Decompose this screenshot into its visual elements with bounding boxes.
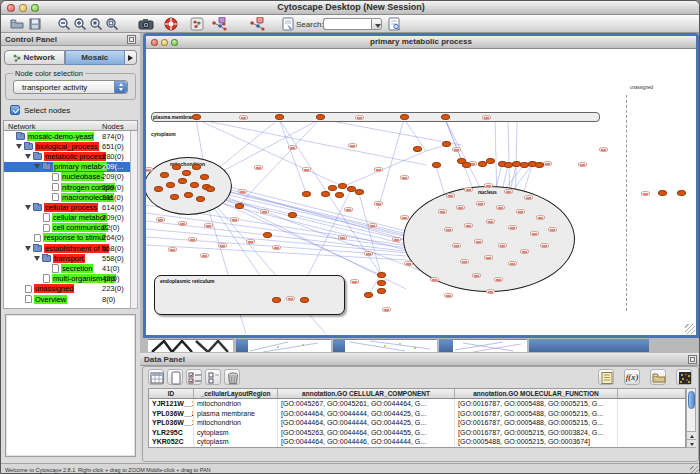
gene-label-node[interactable]: [472, 273, 481, 278]
tree-row-label[interactable]: response to stimul: [43, 233, 106, 242]
gene-label-node[interactable]: [218, 243, 227, 248]
gene-node[interactable]: [196, 196, 205, 202]
destroy-view-icon[interactable]: [248, 17, 266, 31]
table-cell[interactable]: [GO:0044464, GO:0044444, GO:0044425, G..…: [278, 409, 455, 419]
table-cell[interactable]: [GO:0016787, GO:0005488, GO:0005215, G..…: [455, 409, 618, 419]
table-cell[interactable]: mitochondrion: [194, 418, 278, 428]
gene-label-node[interactable]: [188, 237, 197, 242]
tree-row[interactable]: cellular process614(0): [4, 202, 137, 212]
table-cell[interactable]: [GO:0005488, GO:0005215, GO:0003674]: [455, 437, 618, 447]
tree-row-label[interactable]: establishment of lo: [44, 244, 109, 253]
gene-label-node[interactable]: [578, 162, 587, 167]
tree-row[interactable]: multi-organism pro42(0): [4, 274, 137, 284]
gene-node[interactable]: [172, 164, 181, 170]
zoom-out-icon[interactable]: [57, 17, 71, 31]
gene-label-node[interactable]: [494, 277, 503, 282]
tree-row[interactable]: macromolecule311(0): [4, 192, 137, 202]
gene-node[interactable]: [364, 292, 373, 298]
gene-node[interactable]: [462, 162, 471, 168]
table-column-header[interactable]: annotation.GO CELLULAR_COMPONENT: [278, 389, 455, 399]
gene-node[interactable]: [300, 297, 309, 303]
scroll-down-button[interactable]: [687, 439, 696, 447]
matrix-view-icon[interactable]: [676, 369, 692, 385]
gene-label-node[interactable]: [474, 239, 483, 244]
tab-mosaic[interactable]: Mosaic: [65, 50, 126, 65]
gene-label-node[interactable]: [254, 165, 263, 170]
table-cell[interactable]: YPL036W__2: [149, 409, 194, 419]
gene-label-node[interactable]: [350, 279, 359, 284]
frame-resize-grip[interactable]: [685, 324, 695, 334]
gene-label-node[interactable]: [543, 161, 552, 166]
gene-node[interactable]: [677, 190, 686, 196]
gene-label-node[interactable]: [355, 115, 364, 120]
gene-label-node[interactable]: [508, 261, 517, 266]
gene-node[interactable]: [302, 191, 311, 197]
tree-row[interactable]: metabolic process280(0): [4, 151, 137, 161]
notes-icon[interactable]: [598, 369, 614, 385]
gene-label-node[interactable]: [204, 223, 213, 228]
gene-label-node[interactable]: [452, 147, 461, 152]
gene-label-node[interactable]: [272, 245, 281, 250]
gene-label-node[interactable]: [286, 296, 295, 301]
float-data-panel-icon[interactable]: [688, 355, 697, 364]
table-row[interactable]: YJR121W__1mitochondrion[GO:0045267, GO:0…: [149, 399, 686, 409]
gene-label-node[interactable]: [404, 261, 413, 266]
table-cell[interactable]: [GO:0045263, GO:0044464, GO:0044455, G..…: [278, 428, 455, 438]
gene-label-node[interactable]: [168, 247, 177, 252]
node-attribute-table[interactable]: ID_cellularLayoutRegionannotation.GO CEL…: [148, 388, 686, 448]
gene-label-node[interactable]: [230, 217, 239, 222]
tree-row[interactable]: unassigned223(0): [4, 284, 137, 294]
background-windows-strip[interactable]: [140, 339, 700, 353]
gene-node[interactable]: [478, 161, 487, 167]
float-panel-icon[interactable]: [127, 35, 136, 44]
gene-label-node[interactable]: [438, 209, 447, 214]
expand-triangle-icon[interactable]: [25, 246, 31, 251]
gene-label-node[interactable]: [430, 277, 439, 282]
gene-label-node[interactable]: [464, 223, 473, 228]
tree-row[interactable]: mosaic-demo-yeast874(0): [4, 131, 137, 141]
table-cell[interactable]: YLR295C: [149, 428, 194, 438]
table-cell[interactable]: cytoplasm: [194, 428, 278, 438]
gene-node[interactable]: [377, 288, 386, 294]
table-cell[interactable]: [GO:0044464, GO:0044446, GO:0044444, G..…: [278, 437, 455, 447]
gene-label-node[interactable]: [516, 209, 525, 214]
gene-label-node[interactable]: [178, 221, 187, 226]
gene-label-node[interactable]: [476, 201, 485, 206]
scroll-up-button[interactable]: [687, 431, 696, 439]
table-column-header[interactable]: annotation.GO MOLECULAR_FUNCTION: [455, 389, 618, 399]
table-column-header[interactable]: ID: [149, 389, 194, 399]
gene-node[interactable]: [160, 172, 169, 178]
gene-node[interactable]: [288, 212, 297, 218]
tree-row[interactable]: cell communicat22(0): [4, 223, 137, 233]
gene-node[interactable]: [170, 194, 179, 200]
tab-overflow-arrow-button[interactable]: [125, 50, 137, 65]
gene-node[interactable]: [535, 162, 544, 168]
gene-label-node[interactable]: [530, 231, 539, 236]
gene-node[interactable]: [338, 183, 347, 189]
tree-row-label[interactable]: secretion: [61, 264, 93, 273]
delete-attribute-trash-icon[interactable]: [224, 369, 240, 385]
gene-label-node[interactable]: [348, 143, 357, 148]
gene-node[interactable]: [486, 158, 495, 164]
gene-label-node[interactable]: [392, 237, 401, 242]
gene-label-node[interactable]: [520, 249, 529, 254]
zoom-in-icon[interactable]: [73, 17, 87, 31]
gene-node[interactable]: [432, 162, 441, 168]
gene-node[interactable]: [184, 192, 193, 198]
gene-label-node[interactable]: [146, 167, 153, 172]
gene-label-node[interactable]: [374, 167, 383, 172]
gene-node[interactable]: [178, 178, 187, 184]
gene-node[interactable]: [377, 272, 386, 278]
attribute-table-icon[interactable]: [148, 369, 164, 385]
gene-label-node[interactable]: [260, 209, 269, 214]
gene-label-node[interactable]: [498, 243, 507, 248]
table-scrollbar[interactable]: [686, 388, 696, 448]
gene-label-node[interactable]: [239, 115, 248, 120]
gene-label-node[interactable]: [599, 147, 608, 152]
help-lifering-icon[interactable]: [164, 17, 178, 31]
gene-label-node[interactable]: [456, 205, 465, 210]
gene-node[interactable]: [206, 186, 215, 192]
gene-node[interactable]: [321, 191, 330, 197]
table-cell[interactable]: [GO:0016787, GO:0005215, GO:0003824, G..…: [455, 428, 618, 438]
gene-label-node[interactable]: [400, 175, 409, 180]
